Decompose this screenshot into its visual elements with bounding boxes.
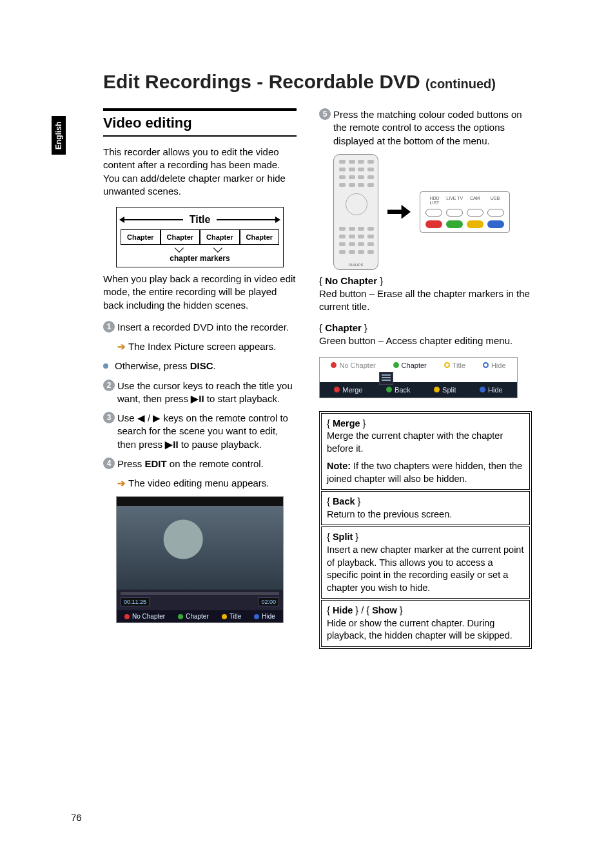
yellow-dot-icon: [444, 362, 450, 368]
diagram-markers-label: chapter markers: [121, 254, 279, 263]
step-number-icon: 3: [103, 412, 115, 423]
step-number-icon: 2: [103, 380, 115, 391]
ves-no-chapter: No Chapter: [124, 613, 165, 620]
blue-dot-icon: [254, 614, 259, 619]
dropdown-icon: [379, 372, 393, 385]
red-dot-icon: [124, 614, 130, 619]
section-heading: Video editing: [103, 115, 297, 131]
no-chapter-desc: Red button – Erase all the chapter marke…: [319, 287, 532, 314]
step-3: 3 Use ◀ / ▶ keys on the remote control t…: [103, 412, 297, 451]
green-dot-icon: [178, 614, 183, 619]
sm-hide: Hide: [483, 362, 506, 369]
oval-button-icon: [425, 209, 442, 217]
diagram-chapter-cell: Chapter: [161, 229, 200, 245]
step-number-icon: 5: [319, 108, 331, 120]
right-column: 5 Press the matching colour coded button…: [319, 108, 532, 649]
diagram-chapter-cell: Chapter: [240, 229, 280, 245]
green-button-icon: [446, 220, 463, 228]
blue-dot-icon: [480, 387, 485, 392]
video-edit-menu-screenshot: 00:11:25 02:00 No Chapter Chapter Title …: [116, 496, 284, 623]
red-dot-icon: [331, 362, 337, 368]
big-arrow-icon: [387, 205, 411, 219]
diagram-chapter-cell: Chapter: [121, 229, 161, 245]
step-1-sub: ➔The Index Picture screen appears.: [117, 340, 297, 353]
yellow-dot-icon: [434, 387, 440, 392]
step-4: 4 Press EDIT on the remote control.: [103, 458, 297, 470]
arrow-icon: ➔: [117, 477, 126, 488]
sm-no-chapter: No Chapter: [331, 362, 375, 369]
step-5: 5 Press the matching colour coded button…: [319, 108, 532, 148]
sm-split: Split: [434, 386, 456, 394]
sm-title: Title: [444, 362, 465, 369]
step-4-sub: ➔The video editing menu appears.: [117, 477, 297, 490]
oval-button-icon: [467, 209, 483, 217]
step-number-icon: 1: [103, 321, 115, 333]
step-1-text: Insert a recorded DVD into the recorder.: [117, 321, 289, 334]
chapter-submenu-screenshot: No Chapter Chapter Title Hide Merge Back…: [319, 357, 518, 398]
chapter-desc: Green button – Access chapter editing me…: [319, 334, 532, 347]
title-continued: (continued): [425, 77, 496, 91]
green-dot-icon: [386, 387, 392, 392]
step-2: 2 Use the cursor keys to reach the title…: [103, 380, 297, 406]
red-button-icon: [425, 220, 442, 228]
clock-image: [117, 506, 283, 590]
left-column: Video editing This recorder allows you t…: [103, 108, 297, 623]
option-description-table: { Merge } Merge the current chapter with…: [319, 411, 532, 649]
diagram-title-label: Title: [187, 214, 213, 226]
blue-button-icon: [487, 220, 504, 228]
chapter-label: { Chapter }: [319, 322, 532, 333]
page-title: Edit Recordings - Recordable DVD (contin…: [103, 71, 496, 93]
merge-cell: { Merge } Merge the current chapter with…: [321, 413, 530, 490]
yellow-dot-icon: [222, 614, 227, 619]
sm-merge: Merge: [334, 386, 362, 394]
oval-button-icon: [487, 209, 504, 217]
timecode-left: 00:11:25: [121, 597, 150, 606]
yellow-button-icon: [467, 220, 483, 228]
title-main: Edit Recordings - Recordable DVD: [103, 71, 425, 92]
page-number: 76: [71, 812, 82, 823]
sm-back: Back: [386, 386, 410, 394]
back-cell: { Back } Return to the previous screen.: [321, 491, 530, 525]
color-button-panel: HDD LIST LIVE TV CAM USB: [420, 191, 510, 233]
remote-control-icon: PHILIPS: [333, 154, 378, 270]
green-dot-icon: [393, 362, 399, 368]
language-tab: English: [52, 116, 66, 155]
bullet-disc: Otherwise, press DISC.: [103, 360, 297, 372]
ves-hide: Hide: [254, 613, 275, 620]
section-heading-box: Video editing: [103, 108, 297, 137]
split-cell: { Split } Insert a new chapter marker at…: [321, 526, 530, 599]
play-pause-icon: ▶II: [191, 393, 204, 404]
intro-paragraph: This recorder allows you to edit the vid…: [103, 146, 297, 198]
left-right-keys-icon: ◀ / ▶: [137, 412, 161, 423]
sm-hide: Hide: [480, 386, 503, 394]
ves-title: Title: [222, 613, 242, 620]
remote-to-panel-graphic: PHILIPS HDD LIST LIVE TV CAM USB: [333, 154, 532, 270]
no-chapter-label: { No Chapter }: [319, 275, 532, 286]
arrow-right-icon: [217, 219, 279, 220]
ves-chapter: Chapter: [178, 613, 209, 620]
blue-dot-icon: [483, 362, 489, 368]
playback-paragraph: When you play back a recording in video …: [103, 273, 297, 312]
timecode-right: 02:00: [258, 597, 279, 606]
arrow-icon: ➔: [117, 341, 126, 352]
title-chapter-diagram: Title Chapter Chapter Chapter Chapter ch…: [116, 207, 284, 267]
play-pause-icon: ▶II: [165, 439, 178, 450]
arrow-left-icon: [121, 219, 183, 220]
sm-chapter: Chapter: [393, 362, 427, 369]
hide-show-cell: { Hide } / { Show } Hide or show the cur…: [321, 600, 530, 647]
step-1: 1 Insert a recorded DVD into the recorde…: [103, 321, 297, 334]
oval-button-icon: [446, 209, 463, 217]
remote-brand: PHILIPS: [334, 263, 378, 267]
bullet-icon: [103, 363, 108, 369]
red-dot-icon: [334, 387, 340, 392]
diagram-chapter-cell: Chapter: [200, 229, 240, 245]
step-number-icon: 4: [103, 458, 115, 469]
